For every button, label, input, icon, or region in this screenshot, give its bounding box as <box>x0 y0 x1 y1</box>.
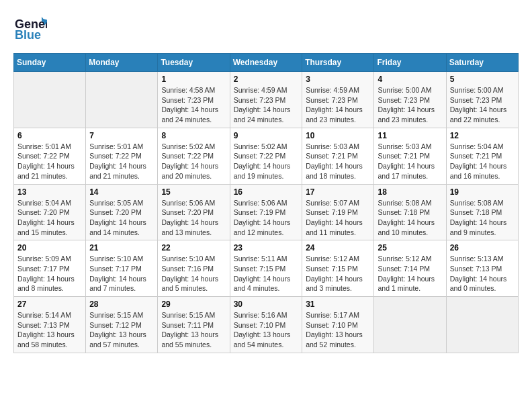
calendar-week-5: 27Sunrise: 5:14 AMSunset: 7:13 PMDayligh… <box>14 297 519 353</box>
day-number: 15 <box>161 187 226 197</box>
day-info: Sunrise: 5:14 AMSunset: 7:13 PMDaylight:… <box>17 310 82 350</box>
sunset-text: Sunset: 7:21 PM <box>450 151 515 161</box>
weekday-header-monday: Monday <box>86 54 158 72</box>
day-number: 28 <box>89 300 154 309</box>
calendar-cell: 28Sunrise: 5:15 AMSunset: 7:12 PMDayligh… <box>86 297 158 353</box>
daylight-text: Daylight: 14 hours and 4 minutes. <box>234 274 299 293</box>
calendar-cell: 22Sunrise: 5:10 AMSunset: 7:16 PMDayligh… <box>158 240 230 297</box>
calendar-cell: 16Sunrise: 5:06 AMSunset: 7:19 PMDayligh… <box>230 184 302 240</box>
day-number: 31 <box>306 300 370 309</box>
calendar-cell: 29Sunrise: 5:15 AMSunset: 7:11 PMDayligh… <box>158 297 230 353</box>
day-info: Sunrise: 4:59 AMSunset: 7:23 PMDaylight:… <box>234 85 299 125</box>
calendar-cell: 21Sunrise: 5:10 AMSunset: 7:17 PMDayligh… <box>86 240 158 297</box>
weekday-header-friday: Friday <box>374 54 446 72</box>
day-number: 14 <box>89 187 154 197</box>
sunset-text: Sunset: 7:13 PM <box>17 320 82 330</box>
day-info: Sunrise: 5:07 AMSunset: 7:19 PMDaylight:… <box>306 198 370 238</box>
calendar-cell: 23Sunrise: 5:11 AMSunset: 7:15 PMDayligh… <box>230 240 302 297</box>
day-number: 24 <box>306 243 370 253</box>
daylight-text: Daylight: 14 hours and 17 minutes. <box>378 161 442 181</box>
day-info: Sunrise: 5:11 AMSunset: 7:15 PMDaylight:… <box>234 254 299 293</box>
calendar-cell: 10Sunrise: 5:03 AMSunset: 7:21 PMDayligh… <box>302 128 374 184</box>
calendar-cell: 13Sunrise: 5:04 AMSunset: 7:20 PMDayligh… <box>14 184 86 240</box>
day-number: 13 <box>17 187 82 197</box>
sunrise-text: Sunrise: 5:14 AM <box>17 310 82 320</box>
sunset-text: Sunset: 7:22 PM <box>89 151 154 161</box>
sunset-text: Sunset: 7:22 PM <box>17 151 82 161</box>
day-number: 5 <box>450 75 515 84</box>
sunset-text: Sunset: 7:11 PM <box>161 320 226 330</box>
sunset-text: Sunset: 7:21 PM <box>378 151 442 161</box>
daylight-text: Daylight: 14 hours and 23 minutes. <box>306 105 370 124</box>
sunrise-text: Sunrise: 5:08 AM <box>378 198 442 208</box>
daylight-text: Daylight: 14 hours and 21 minutes. <box>17 161 82 181</box>
sunset-text: Sunset: 7:23 PM <box>378 95 442 105</box>
day-info: Sunrise: 5:00 AMSunset: 7:23 PMDaylight:… <box>450 85 515 125</box>
sunrise-text: Sunrise: 5:00 AM <box>450 85 515 95</box>
day-number: 30 <box>234 300 299 309</box>
sunset-text: Sunset: 7:15 PM <box>306 264 370 274</box>
day-number: 2 <box>234 75 299 84</box>
weekday-header-tuesday: Tuesday <box>158 54 230 72</box>
sunrise-text: Sunrise: 5:17 AM <box>306 310 370 320</box>
day-number: 25 <box>378 243 442 253</box>
day-number: 4 <box>378 75 442 84</box>
calendar-cell: 30Sunrise: 5:16 AMSunset: 7:10 PMDayligh… <box>230 297 302 353</box>
svg-text:Blue: Blue <box>15 28 41 42</box>
sunset-text: Sunset: 7:10 PM <box>234 320 299 330</box>
sunrise-text: Sunrise: 5:13 AM <box>450 254 515 264</box>
calendar-week-1: 1Sunrise: 4:58 AMSunset: 7:23 PMDaylight… <box>14 72 519 128</box>
sunrise-text: Sunrise: 5:05 AM <box>89 198 154 208</box>
calendar-cell: 5Sunrise: 5:00 AMSunset: 7:23 PMDaylight… <box>446 72 518 128</box>
calendar-cell: 8Sunrise: 5:02 AMSunset: 7:22 PMDaylight… <box>158 128 230 184</box>
day-number: 6 <box>17 131 82 140</box>
sunrise-text: Sunrise: 5:02 AM <box>161 142 226 152</box>
sunset-text: Sunset: 7:23 PM <box>450 95 515 105</box>
calendar-week-4: 20Sunrise: 5:09 AMSunset: 7:17 PMDayligh… <box>14 240 519 297</box>
calendar-cell: 17Sunrise: 5:07 AMSunset: 7:19 PMDayligh… <box>302 184 374 240</box>
daylight-text: Daylight: 14 hours and 3 minutes. <box>306 274 370 293</box>
sunrise-text: Sunrise: 5:11 AM <box>234 254 299 264</box>
day-number: 26 <box>450 243 515 253</box>
daylight-text: Daylight: 13 hours and 54 minutes. <box>234 330 299 349</box>
sunset-text: Sunset: 7:23 PM <box>306 95 370 105</box>
weekday-header-sunday: Sunday <box>14 54 86 72</box>
day-info: Sunrise: 5:05 AMSunset: 7:20 PMDaylight:… <box>89 198 154 238</box>
sunset-text: Sunset: 7:23 PM <box>234 95 299 105</box>
day-info: Sunrise: 5:15 AMSunset: 7:12 PMDaylight:… <box>89 310 154 350</box>
calendar-cell <box>374 297 446 353</box>
day-number: 11 <box>378 131 442 140</box>
day-number: 9 <box>234 131 299 140</box>
sunset-text: Sunset: 7:17 PM <box>89 264 154 274</box>
sunrise-text: Sunrise: 5:01 AM <box>17 142 82 152</box>
day-info: Sunrise: 5:12 AMSunset: 7:14 PMDaylight:… <box>378 254 442 293</box>
daylight-text: Daylight: 14 hours and 1 minute. <box>378 274 442 293</box>
sunrise-text: Sunrise: 5:15 AM <box>89 310 154 320</box>
weekday-header-wednesday: Wednesday <box>230 54 302 72</box>
sunset-text: Sunset: 7:15 PM <box>234 264 299 274</box>
calendar-cell: 25Sunrise: 5:12 AMSunset: 7:14 PMDayligh… <box>374 240 446 297</box>
calendar-cell: 2Sunrise: 4:59 AMSunset: 7:23 PMDaylight… <box>230 72 302 128</box>
daylight-text: Daylight: 14 hours and 8 minutes. <box>17 274 82 293</box>
calendar-cell: 12Sunrise: 5:04 AMSunset: 7:21 PMDayligh… <box>446 128 518 184</box>
day-number: 22 <box>161 243 226 253</box>
sunset-text: Sunset: 7:14 PM <box>378 264 442 274</box>
calendar-cell: 6Sunrise: 5:01 AMSunset: 7:22 PMDaylight… <box>14 128 86 184</box>
daylight-text: Daylight: 14 hours and 10 minutes. <box>378 218 442 237</box>
sunset-text: Sunset: 7:18 PM <box>378 208 442 218</box>
sunrise-text: Sunrise: 4:59 AM <box>234 85 299 95</box>
daylight-text: Daylight: 14 hours and 19 minutes. <box>234 161 299 181</box>
sunrise-text: Sunrise: 5:15 AM <box>161 310 226 320</box>
day-info: Sunrise: 5:10 AMSunset: 7:17 PMDaylight:… <box>89 254 154 293</box>
sunset-text: Sunset: 7:20 PM <box>161 208 226 218</box>
day-info: Sunrise: 5:13 AMSunset: 7:13 PMDaylight:… <box>450 254 515 293</box>
daylight-text: Daylight: 14 hours and 24 minutes. <box>161 105 226 124</box>
day-info: Sunrise: 4:59 AMSunset: 7:23 PMDaylight:… <box>306 85 370 125</box>
day-info: Sunrise: 5:02 AMSunset: 7:22 PMDaylight:… <box>234 142 299 181</box>
calendar-cell: 11Sunrise: 5:03 AMSunset: 7:21 PMDayligh… <box>374 128 446 184</box>
daylight-text: Daylight: 13 hours and 58 minutes. <box>17 330 82 349</box>
daylight-text: Daylight: 14 hours and 12 minutes. <box>234 218 299 237</box>
sunset-text: Sunset: 7:16 PM <box>161 264 226 274</box>
day-info: Sunrise: 5:04 AMSunset: 7:20 PMDaylight:… <box>17 198 82 238</box>
day-number: 29 <box>161 300 226 309</box>
